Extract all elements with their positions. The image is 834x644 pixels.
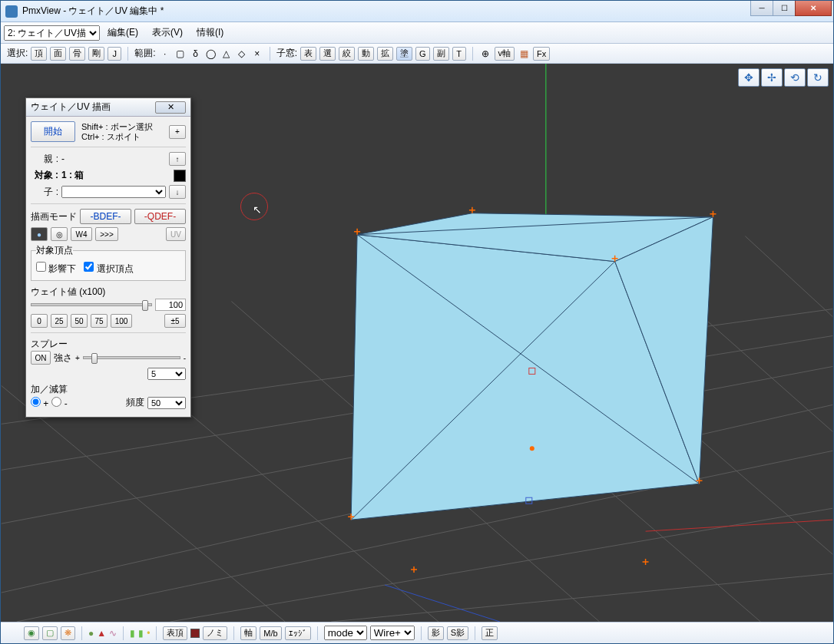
sw-g-button[interactable]: G	[415, 47, 430, 61]
target-vertex-fieldset: 対象頂点 影響下 選択頂点	[31, 244, 186, 281]
bb-bar1-icon[interactable]: ▮	[130, 628, 135, 639]
crosshair-icon[interactable]: ⊕	[479, 48, 491, 60]
sub-radio[interactable]	[51, 397, 61, 407]
sw-select-button[interactable]: 選	[319, 47, 336, 61]
w100-button[interactable]: 100	[111, 314, 132, 328]
sw-sub-button[interactable]: 副	[433, 47, 449, 61]
close-button[interactable]: ✕	[795, 1, 832, 16]
sub-radio-label[interactable]: -	[51, 397, 67, 409]
range-circle-icon[interactable]: ◯	[205, 48, 217, 60]
select-vertex-button[interactable]: 頂	[31, 47, 47, 61]
bb-edge-button[interactable]: ｴｯｼﾞ	[285, 626, 311, 640]
cursor-arrow-icon: ↖	[253, 203, 262, 216]
bottombar: ◉ ▢ ❋ ● ▲ ∿ ▮ ▮ • 表頂 ノミ 軸 M/b ｴｯｼﾞ mode …	[1, 622, 833, 643]
menu-edit[interactable]: 編集(E)	[101, 25, 144, 41]
spray-on-button[interactable]: ON	[31, 351, 51, 365]
bb-sshadow-button[interactable]: S影	[447, 626, 468, 640]
w50-button[interactable]: 50	[71, 314, 88, 328]
bb-mb-button[interactable]: M/b	[260, 626, 281, 640]
sw-paint-button[interactable]: 塗	[396, 47, 412, 61]
menu-info[interactable]: 情報(I)	[190, 25, 230, 41]
range-x-icon[interactable]: ×	[251, 48, 263, 60]
bb-wave-icon[interactable]: ∿	[109, 628, 117, 639]
pm5-button[interactable]: ±5	[164, 314, 186, 328]
range-point-icon[interactable]: ·	[159, 48, 171, 60]
add-radio[interactable]	[31, 397, 41, 407]
influence-checkbox[interactable]	[36, 262, 46, 272]
bb-shadow-button[interactable]: 影	[428, 626, 444, 640]
sw-move-button[interactable]: 動	[358, 47, 374, 61]
plus-small-button[interactable]: +	[169, 125, 186, 139]
grid-icon[interactable]: ▦	[518, 48, 530, 60]
bb-ortho-button[interactable]: 正	[482, 626, 498, 640]
strength-label: 強さ	[54, 352, 72, 365]
menu-view[interactable]: 表示(V)	[146, 25, 189, 41]
viewport-3d[interactable]: ✥ ✢ ⟲ ↻ ↖ ウェイト／UV 描画 ✕ 開始 Shift+ : ボーン選択…	[1, 64, 833, 622]
sw-expand-button[interactable]: 拡	[377, 47, 393, 61]
minimize-button[interactable]: ─	[750, 1, 773, 16]
sw-table-button[interactable]: 表	[300, 47, 316, 61]
range-diamond-icon[interactable]: ◇	[236, 48, 248, 60]
brush-solid-button[interactable]: ●	[31, 227, 48, 241]
bb-nomi-button[interactable]: ノミ	[203, 626, 227, 640]
bdef-button[interactable]: -BDEF-	[80, 209, 131, 224]
mode-selector[interactable]: 2: ウェイト／UV描	[4, 25, 100, 41]
bb-green-dot-icon[interactable]: ●	[88, 628, 94, 639]
gizmo-move-button[interactable]: ✥	[738, 68, 760, 87]
add-radio-label[interactable]: +	[31, 397, 48, 409]
window-title: PmxView - ウェイト／UV 編集中 *	[22, 5, 751, 18]
parent-up-button[interactable]: ↑	[169, 152, 186, 166]
bb-wire-select[interactable]: Wire+	[370, 626, 415, 640]
svg-line-6	[331, 573, 832, 622]
range-tri-icon[interactable]: △	[220, 48, 233, 60]
gizmo-pan-button[interactable]: ✢	[761, 68, 783, 87]
influence-checkbox-label[interactable]: 影響下	[36, 263, 76, 274]
bb-vertex-button[interactable]: 表頂	[163, 626, 187, 640]
child-down-button[interactable]: ↓	[169, 185, 186, 199]
weight-slider[interactable]	[31, 303, 152, 306]
w4-button[interactable]: W4	[71, 227, 92, 241]
bb-red-tri-icon[interactable]: ▲	[97, 628, 106, 639]
w25-button[interactable]: 25	[51, 314, 68, 328]
bb-square-icon[interactable]: ▢	[42, 626, 58, 640]
sw-narrow-button[interactable]: 絞	[339, 47, 355, 61]
svg-line-5	[170, 508, 832, 622]
strength-select[interactable]: 5	[147, 368, 186, 380]
target-color-swatch[interactable]	[174, 170, 186, 182]
select-face-button[interactable]: 面	[50, 47, 66, 61]
svg-point-24	[530, 446, 534, 451]
target-label: 対象 :	[31, 169, 58, 182]
select-joint-button[interactable]: J	[108, 47, 121, 61]
select-bone-button[interactable]: 骨	[69, 47, 85, 61]
range-rect-icon[interactable]: ▢	[174, 48, 187, 60]
vaxis-button[interactable]: v軸	[495, 47, 515, 61]
more-button[interactable]: >>>	[95, 227, 118, 241]
bb-circle1-icon[interactable]: ◉	[24, 626, 39, 640]
brush-gradient-button[interactable]: ◎	[51, 227, 68, 241]
fx-button[interactable]: Fx	[533, 47, 550, 61]
qdef-button[interactable]: -QDEF-	[134, 209, 186, 224]
weight-input[interactable]	[155, 299, 186, 311]
child-selector[interactable]	[61, 186, 166, 198]
bb-mode-select[interactable]: mode	[324, 626, 367, 640]
bb-color-swatch[interactable]	[190, 629, 200, 638]
range-lasso-icon[interactable]: δ	[190, 48, 202, 60]
bb-bar2-icon[interactable]: ▮	[138, 628, 144, 639]
select-rigid-button[interactable]: 剛	[88, 47, 104, 61]
strength-slider[interactable]	[83, 356, 180, 359]
uv-button[interactable]: UV	[166, 227, 186, 241]
bb-dot-icon[interactable]: •	[147, 628, 150, 639]
w0-button[interactable]: 0	[31, 314, 48, 328]
w75-button[interactable]: 75	[91, 314, 108, 328]
freq-select[interactable]: 50	[147, 397, 186, 409]
start-button[interactable]: 開始	[31, 121, 75, 142]
bb-swirl-icon[interactable]: ❋	[61, 626, 75, 640]
panel-close-button[interactable]: ✕	[155, 101, 186, 114]
sw-t-button[interactable]: T	[452, 47, 466, 61]
bb-axis-button[interactable]: 軸	[240, 626, 256, 640]
gizmo-rotate-button[interactable]: ⟲	[784, 68, 806, 87]
gizmo-zoom-button[interactable]: ↻	[807, 68, 829, 87]
selected-checkbox-label[interactable]: 選択頂点	[84, 263, 133, 274]
selected-checkbox[interactable]	[84, 262, 94, 272]
maximize-button[interactable]: ☐	[773, 1, 796, 16]
